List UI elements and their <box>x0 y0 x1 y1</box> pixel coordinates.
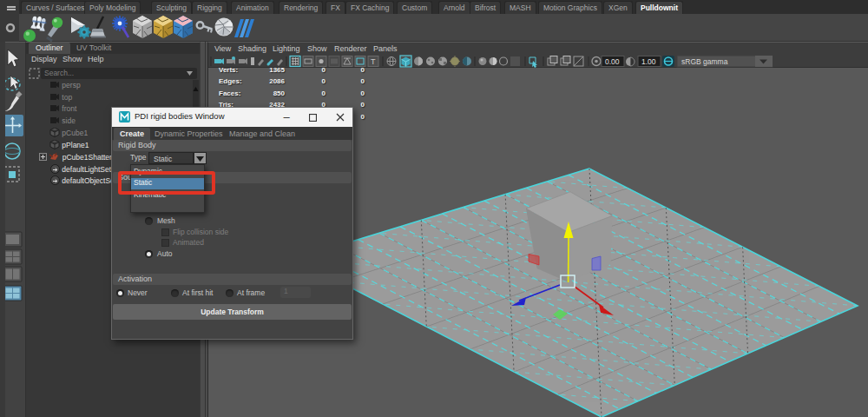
svg-text:0.00: 0.00 <box>605 57 620 66</box>
svg-text:1.00: 1.00 <box>641 57 656 66</box>
svg-text:T: T <box>371 57 376 66</box>
svg-text:sRGB gamma: sRGB gamma <box>681 57 728 66</box>
